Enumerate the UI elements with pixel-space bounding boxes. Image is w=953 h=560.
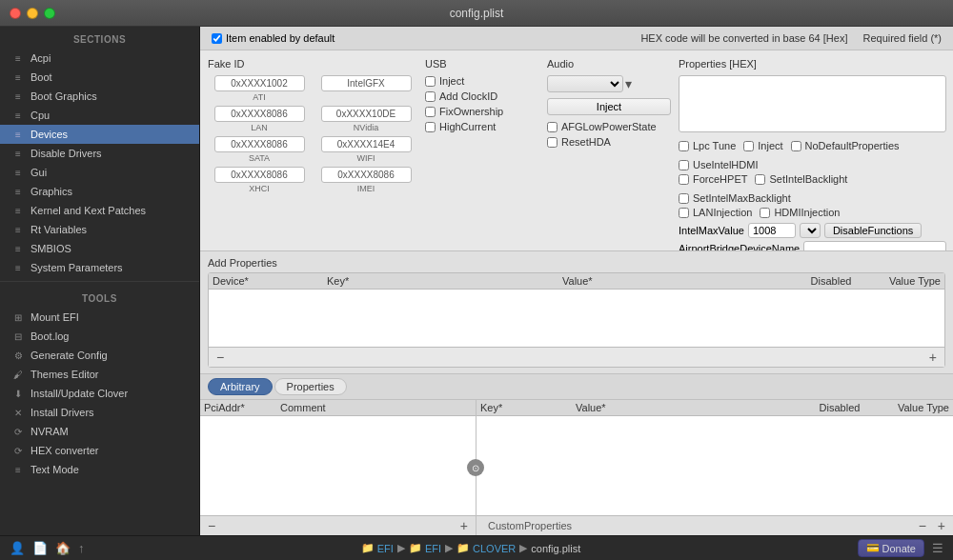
tools-header: TOOLS — [0, 286, 199, 308]
sidebar-item-boot-log[interactable]: ⊟ Boot.log — [0, 327, 199, 346]
fake-id-grid: ATI LAN NVidia — [208, 75, 417, 193]
lower-add-button[interactable]: + — [456, 518, 472, 533]
audio-select-arrow[interactable]: ▾ — [625, 76, 632, 91]
breadcrumb-efi2[interactable]: 📁 EFI — [409, 542, 441, 554]
center-circle-button[interactable]: ⊙ — [467, 459, 484, 476]
col-pci-addr: PciAddr* — [204, 402, 280, 413]
sidebar-item-install-clover[interactable]: ⬇ Install/Update Clover — [0, 384, 199, 403]
sidebar-item-rt-variables[interactable]: ≡ Rt Variables — [0, 220, 199, 239]
fake-id-sata-input[interactable] — [214, 136, 305, 152]
inject-checkbox[interactable] — [743, 141, 754, 151]
sidebar-item-boot-graphics[interactable]: ≡ Boot Graphics — [0, 87, 199, 106]
fake-id-imei-input[interactable] — [321, 167, 412, 183]
sidebar-item-boot[interactable]: ≡ Boot — [0, 68, 199, 87]
fake-id-cell-ati: ATI — [208, 75, 311, 102]
sidebar-item-devices[interactable]: ≡ Devices — [0, 125, 199, 144]
hdmi-injection-label: HDMIInjection — [774, 207, 840, 218]
lan-injection-checkbox[interactable] — [679, 208, 689, 218]
add-properties-section: Add Properties Device* Key* Value* Disab… — [200, 250, 953, 373]
use-intel-hdmi-checkbox[interactable] — [679, 160, 689, 170]
sidebar-item-mount-efi[interactable]: ⊞ Mount EFI — [0, 308, 199, 327]
intel-max-select[interactable] — [800, 223, 821, 238]
usb-highcurrent-checkbox[interactable] — [425, 122, 436, 132]
lower-right-add-button[interactable]: + — [934, 518, 949, 533]
fake-id-nvidia-input[interactable] — [321, 106, 412, 122]
sidebar-item-kernel-kext[interactable]: ≡ Kernel and Kext Patches — [0, 201, 199, 220]
sidebar-item-label: Boot.log — [30, 330, 69, 342]
sidebar-item-cpu[interactable]: ≡ Cpu — [0, 106, 199, 125]
file-icon[interactable]: 📄 — [32, 541, 48, 555]
sidebar-item-themes-editor[interactable]: 🖌 Themes Editor — [0, 365, 199, 384]
person-icon[interactable]: 👤 — [10, 541, 25, 555]
add-props-label: Add Properties — [208, 257, 945, 269]
fake-id-xhci-input[interactable] — [214, 167, 305, 183]
audio-inject-select[interactable] — [547, 75, 623, 92]
maximize-button[interactable] — [44, 8, 55, 19]
no-default-props-checkbox[interactable] — [791, 141, 801, 151]
sidebar-item-system-params[interactable]: ≡ System Parameters — [0, 258, 199, 277]
home-icon[interactable]: 🏠 — [55, 541, 71, 555]
list-icon: ≡ — [11, 53, 25, 64]
fake-id-ati-input[interactable] — [214, 75, 305, 91]
lower-remove-button[interactable]: − — [204, 518, 219, 533]
set-intel-bl-checkbox[interactable] — [755, 174, 765, 185]
breadcrumb-arrow-2: ▶ — [445, 542, 453, 554]
breadcrumb-clover-label: CLOVER — [473, 543, 516, 554]
tab-properties[interactable]: Properties — [274, 378, 347, 395]
fake-id-intelgfx-input[interactable] — [321, 75, 412, 91]
breadcrumb-efi1[interactable]: 📁 EFI — [361, 542, 394, 554]
fake-id-lan-input[interactable] — [214, 106, 305, 122]
window-title: config.plist — [450, 7, 504, 20]
lpc-tune-checkbox[interactable] — [679, 141, 689, 151]
intel-max-input[interactable] — [748, 223, 796, 238]
add-row-button[interactable]: + — [925, 350, 941, 365]
sidebar-item-install-drivers[interactable]: ✕ Install Drivers — [0, 403, 199, 422]
sidebar-item-disable-drivers[interactable]: ≡ Disable Drivers — [0, 144, 199, 163]
sidebar-item-generate-config[interactable]: ⚙ Generate Config — [0, 346, 199, 365]
fake-id-label: Fake ID — [208, 58, 417, 70]
lower-right-footer: CustomProperties − + — [476, 515, 953, 535]
usb-fixownership-checkbox[interactable] — [425, 107, 436, 117]
force-hpet-checkbox[interactable] — [679, 174, 689, 185]
breadcrumb-clover[interactable]: 📁 CLOVER — [456, 542, 516, 554]
sidebar-item-text-mode[interactable]: ≡ Text Mode — [0, 460, 199, 479]
audio-afg-checkbox[interactable] — [547, 122, 558, 132]
usb-inject-checkbox[interactable] — [425, 76, 436, 87]
sidebar-item-label: Boot Graphics — [30, 90, 97, 102]
set-intel-max-bl-checkbox[interactable] — [679, 193, 689, 204]
sidebar-item-acpi[interactable]: ≡ Acpi — [0, 49, 199, 68]
close-button[interactable] — [10, 8, 21, 19]
donate-button[interactable]: 💳 Donate — [858, 539, 924, 557]
item-enabled-checkbox[interactable] — [212, 33, 222, 44]
usb-addclockid-checkbox[interactable] — [425, 91, 436, 102]
sidebar-item-smbios[interactable]: ≡ SMBIOS — [0, 239, 199, 258]
remove-row-button[interactable]: − — [213, 350, 228, 365]
minimize-button[interactable] — [27, 8, 38, 19]
disable-functions-button[interactable]: DisableFunctions — [824, 223, 922, 238]
lan-injection-row: LANInjection — [679, 207, 752, 218]
audio-inject-button[interactable]: Inject — [547, 98, 671, 115]
usb-highcurrent-label: HighCurrent — [439, 121, 496, 132]
folder-icon: 📁 — [456, 542, 470, 554]
tab-arbitrary[interactable]: Arbitrary — [208, 378, 273, 395]
sidebar-item-hex-converter[interactable]: ⟳ HEX converter — [0, 441, 199, 460]
airport-input[interactable] — [803, 241, 946, 250]
sidebar-item-nvram[interactable]: ⟳ NVRAM — [0, 422, 199, 441]
share-icon[interactable]: ↑ — [78, 541, 85, 555]
main-layout: SECTIONS ≡ Acpi ≡ Boot ≡ Boot Graphics ≡… — [0, 27, 953, 535]
hdmi-injection-checkbox[interactable] — [760, 208, 770, 218]
audio-resethda-checkbox[interactable] — [547, 137, 558, 148]
inject-label: Inject — [758, 140, 782, 151]
menu-icon[interactable]: ☰ — [932, 541, 943, 555]
fake-id-cell-nvidia: NVidia — [314, 106, 417, 132]
sidebar: SECTIONS ≡ Acpi ≡ Boot ≡ Boot Graphics ≡… — [0, 27, 200, 535]
sidebar-item-gui[interactable]: ≡ Gui — [0, 163, 199, 182]
sidebar-item-graphics[interactable]: ≡ Graphics — [0, 182, 199, 201]
audio-inject-row: ▾ — [547, 75, 671, 92]
fake-id-wifi-input[interactable] — [321, 136, 412, 152]
sidebar-item-label: Disable Drivers — [30, 148, 102, 159]
checkbox-row-1: Lpc Tune Inject NoDefaultProperties — [679, 140, 946, 170]
lower-right-remove-button[interactable]: − — [915, 518, 930, 533]
brush-icon: 🖌 — [11, 370, 25, 380]
fake-id-section: Fake ID ATI LAN — [208, 58, 417, 243]
